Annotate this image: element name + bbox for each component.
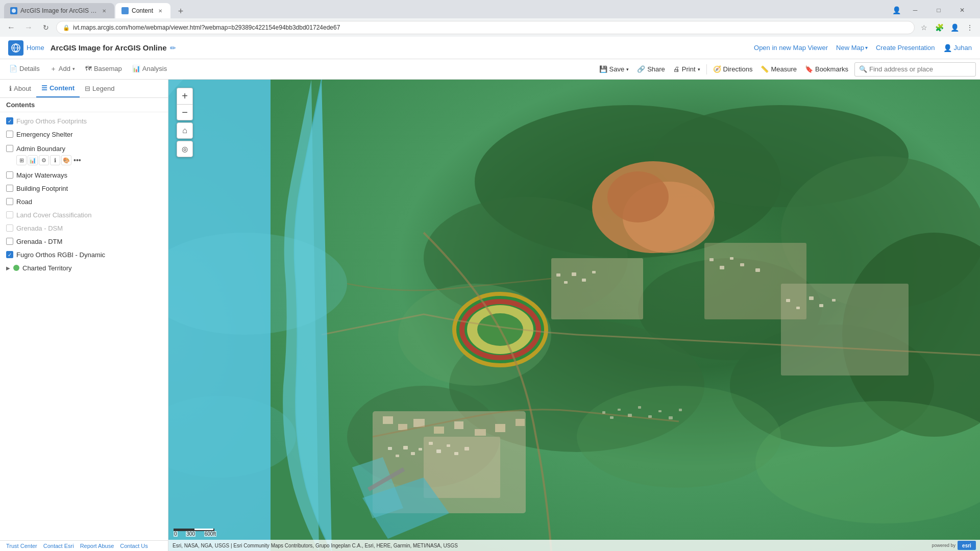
lock-icon: 🔒 bbox=[63, 24, 70, 31]
svg-rect-32 bbox=[475, 429, 486, 436]
svg-rect-52 bbox=[564, 281, 568, 284]
contact-us-link[interactable]: Contact Us bbox=[120, 543, 148, 549]
svg-rect-50 bbox=[464, 447, 469, 450]
browser-menu-icon[interactable]: ⋮ bbox=[964, 21, 976, 34]
user-menu-button[interactable]: 👤 Juhan bbox=[943, 44, 972, 52]
new-map-button[interactable]: New Map ▾ bbox=[836, 44, 868, 52]
bookmarks-button[interactable]: 🔖 Bookmarks bbox=[801, 60, 852, 79]
scale-label-0: 0 bbox=[174, 531, 178, 537]
extension-icon[interactable]: 🧩 bbox=[933, 21, 945, 34]
about-label: About bbox=[14, 85, 31, 92]
svg-rect-45 bbox=[419, 448, 422, 450]
sub-icon-table[interactable]: ⊞ bbox=[16, 155, 27, 165]
app-header: Home ArcGIS Image for ArcGIS Online ✏ Op… bbox=[0, 37, 980, 59]
details-tab[interactable]: 📄 Details bbox=[4, 60, 45, 79]
esri-logo: powered by esri bbox=[932, 541, 976, 550]
user-avatar-icon: 👤 bbox=[943, 44, 952, 52]
tab-content[interactable]: Content ✕ bbox=[115, 3, 170, 18]
sub-icon-filter[interactable]: ⚙ bbox=[39, 155, 49, 165]
layer-checkbox-8[interactable] bbox=[6, 224, 13, 232]
esri-wordmark: esri bbox=[958, 541, 976, 550]
add-chevron-icon: ▾ bbox=[72, 66, 75, 71]
charted-territory-label: Charted Territory bbox=[22, 264, 72, 272]
basemap-tab[interactable]: 🗺 Basemap bbox=[80, 60, 127, 79]
tab-bar: ArcGIS Image for ArcGIS Online ✕ Content… bbox=[0, 0, 980, 18]
layer-checkbox-10[interactable]: ✓ bbox=[6, 251, 13, 258]
footer-links: Trust Center Contact Esri Report Abuse C… bbox=[0, 540, 168, 551]
browser-profile-icon[interactable]: 👤 bbox=[889, 3, 903, 17]
profile-account-icon[interactable]: 👤 bbox=[948, 21, 961, 34]
sub-icon-chart[interactable]: 📊 bbox=[28, 155, 38, 165]
tab-legend[interactable]: ⊟ Legend bbox=[80, 80, 119, 97]
share-button[interactable]: 🔗 Share bbox=[633, 60, 669, 79]
layer-checkbox-9[interactable] bbox=[6, 238, 13, 245]
svg-rect-48 bbox=[447, 444, 450, 447]
browser-close-btn[interactable]: ✕ bbox=[950, 2, 974, 18]
tab-favicon-1 bbox=[10, 7, 17, 14]
layer-checkbox-5[interactable] bbox=[6, 185, 13, 192]
browser-minimize-btn[interactable]: ─ bbox=[903, 2, 927, 18]
browser-maximize-btn[interactable]: □ bbox=[927, 2, 950, 18]
contact-esri-link[interactable]: Contact Esri bbox=[43, 543, 74, 549]
tab-close-1[interactable]: ✕ bbox=[100, 7, 108, 15]
home-extent-button[interactable]: ⌂ bbox=[177, 122, 193, 139]
layer-checkbox-3[interactable] bbox=[6, 145, 13, 152]
list-item: Land Cover Classification bbox=[0, 208, 168, 221]
list-item: Building Footprint bbox=[0, 182, 168, 195]
svg-rect-60 bbox=[755, 268, 760, 272]
edit-title-icon[interactable]: ✏ bbox=[170, 44, 176, 52]
trust-center-link[interactable]: Trust Center bbox=[6, 543, 37, 549]
add-tab[interactable]: ＋ Add ▾ bbox=[45, 60, 80, 79]
save-button[interactable]: 💾 Save ▾ bbox=[595, 60, 633, 79]
directions-button[interactable]: 🧭 Directions bbox=[709, 60, 757, 79]
svg-rect-26 bbox=[424, 437, 500, 498]
search-input[interactable] bbox=[869, 65, 971, 73]
tab-add-button[interactable]: + bbox=[174, 4, 188, 18]
open-new-map-viewer-link[interactable]: Open in new Map Viewer bbox=[754, 44, 828, 52]
charted-territory-item[interactable]: ▶ Charted Territory bbox=[0, 261, 168, 274]
tab-close-2[interactable]: ✕ bbox=[156, 7, 164, 15]
app-logo[interactable] bbox=[8, 40, 23, 56]
zoom-out-button[interactable]: − bbox=[177, 104, 193, 120]
scale-half-1 bbox=[175, 529, 193, 530]
print-button[interactable]: 🖨 Print ▾ bbox=[669, 60, 704, 79]
user-name-label: Juhan bbox=[954, 44, 972, 52]
list-item: Grenada - DSM bbox=[0, 221, 168, 235]
svg-point-0 bbox=[12, 9, 16, 13]
sub-icon-info[interactable]: ℹ bbox=[50, 155, 60, 165]
more-options-icon[interactable]: ••• bbox=[74, 156, 81, 164]
create-presentation-link[interactable]: Create Presentation bbox=[876, 44, 935, 52]
search-box[interactable]: 🔍 bbox=[854, 62, 976, 77]
sub-icon-style[interactable]: 🎨 bbox=[61, 155, 71, 165]
share-icon: 🔗 bbox=[637, 65, 645, 73]
tab-about[interactable]: ℹ About bbox=[4, 80, 36, 97]
address-bar[interactable]: 🔒 ivt.maps.arcgis.com/home/webmap/viewer… bbox=[56, 21, 915, 34]
print-chevron-icon: ▾ bbox=[698, 67, 700, 72]
contents-header: Contents bbox=[0, 98, 168, 112]
tab-content[interactable]: ☰ Content bbox=[36, 80, 80, 97]
about-icon: ℹ bbox=[9, 85, 12, 92]
layer-checkbox-4[interactable] bbox=[6, 171, 13, 179]
zoom-in-button[interactable]: + bbox=[177, 88, 193, 104]
map-svg bbox=[168, 80, 980, 551]
back-button[interactable]: ← bbox=[4, 20, 18, 35]
layer-checkbox-1[interactable]: ✓ bbox=[6, 117, 13, 124]
forward-button[interactable]: → bbox=[21, 20, 36, 35]
locate-button[interactable]: ◎ bbox=[177, 141, 193, 157]
map-area[interactable]: + − ⌂ ◎ 0 300 600ft Esri, NASA, N bbox=[168, 80, 980, 551]
layer-label-7: Land Cover Classification bbox=[16, 211, 91, 219]
home-link[interactable]: Home bbox=[27, 44, 44, 52]
bookmark-star-icon[interactable]: ☆ bbox=[918, 21, 930, 34]
directions-icon: 🧭 bbox=[713, 65, 721, 73]
print-label: Print bbox=[682, 65, 696, 73]
layer-checkbox-7[interactable] bbox=[6, 211, 13, 218]
reload-button[interactable]: ↻ bbox=[39, 20, 53, 35]
analysis-tab[interactable]: 📊 Analysis bbox=[127, 60, 172, 79]
list-item: Major Waterways bbox=[0, 168, 168, 182]
layer-checkbox-6[interactable] bbox=[6, 198, 13, 205]
report-abuse-link[interactable]: Report Abuse bbox=[80, 543, 114, 549]
tab-arcgis[interactable]: ArcGIS Image for ArcGIS Online ✕ bbox=[4, 3, 114, 18]
layer-checkbox-2[interactable] bbox=[6, 131, 13, 138]
svg-rect-31 bbox=[454, 421, 463, 429]
measure-button[interactable]: 📏 Measure bbox=[756, 60, 801, 79]
